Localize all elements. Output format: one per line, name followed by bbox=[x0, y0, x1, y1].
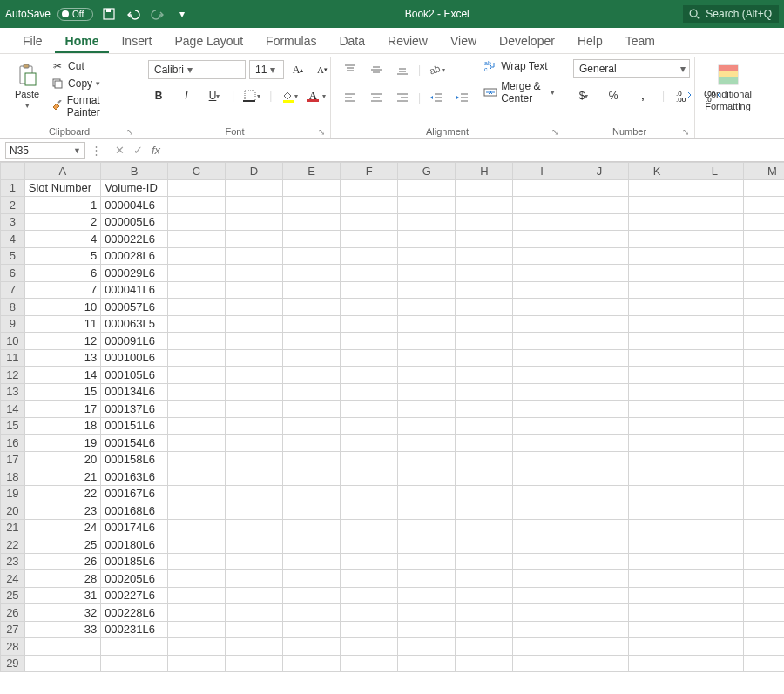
cell[interactable] bbox=[686, 417, 743, 435]
cell[interactable]: 000174L6 bbox=[101, 519, 168, 536]
cell[interactable] bbox=[571, 502, 628, 520]
cell[interactable] bbox=[628, 179, 686, 197]
cell[interactable] bbox=[101, 638, 168, 656]
cell[interactable] bbox=[341, 553, 398, 570]
cell[interactable] bbox=[628, 299, 686, 316]
cell[interactable] bbox=[398, 333, 456, 350]
cell[interactable] bbox=[743, 519, 784, 536]
cell[interactable] bbox=[283, 417, 341, 435]
cell[interactable] bbox=[743, 281, 784, 299]
cell[interactable]: 000168L6 bbox=[101, 502, 168, 520]
cell[interactable] bbox=[686, 553, 743, 570]
cell[interactable] bbox=[283, 213, 341, 231]
autosave-toggle[interactable]: Off bbox=[57, 8, 93, 21]
col-header-J[interactable]: J bbox=[571, 163, 628, 180]
cell[interactable] bbox=[341, 383, 398, 401]
cell[interactable] bbox=[398, 587, 456, 604]
cell[interactable] bbox=[743, 451, 784, 468]
cell[interactable] bbox=[341, 349, 398, 367]
cell[interactable] bbox=[398, 265, 456, 282]
cell[interactable] bbox=[398, 247, 456, 265]
cell[interactable] bbox=[456, 265, 513, 282]
cell[interactable] bbox=[628, 265, 686, 282]
cell[interactable] bbox=[686, 570, 743, 588]
cell[interactable] bbox=[283, 231, 341, 248]
comma-format-icon[interactable]: , bbox=[632, 85, 653, 106]
paste-button[interactable]: Paste ▾ bbox=[9, 59, 45, 110]
cell[interactable] bbox=[283, 621, 341, 638]
cell[interactable] bbox=[341, 435, 398, 452]
row-header-8[interactable]: 8 bbox=[1, 299, 25, 316]
cell[interactable] bbox=[743, 502, 784, 520]
cell[interactable] bbox=[398, 231, 456, 248]
cell[interactable] bbox=[628, 435, 686, 452]
cell[interactable]: 18 bbox=[24, 417, 100, 435]
cell[interactable] bbox=[167, 536, 225, 554]
cell[interactable] bbox=[225, 299, 282, 316]
align-bottom-icon[interactable] bbox=[392, 59, 413, 80]
cell[interactable] bbox=[225, 247, 282, 265]
tab-data[interactable]: Data bbox=[328, 30, 375, 53]
cell[interactable] bbox=[167, 553, 225, 570]
cell[interactable] bbox=[225, 349, 282, 367]
cell[interactable] bbox=[225, 638, 282, 656]
cell[interactable]: 23 bbox=[24, 502, 100, 520]
cell[interactable] bbox=[628, 247, 686, 265]
cell[interactable] bbox=[456, 587, 513, 604]
cell[interactable]: 000091L6 bbox=[101, 333, 168, 350]
cell[interactable]: 25 bbox=[24, 536, 100, 554]
cell[interactable] bbox=[225, 604, 282, 622]
cell[interactable] bbox=[743, 536, 784, 554]
cell[interactable] bbox=[398, 638, 456, 656]
cell[interactable] bbox=[628, 451, 686, 468]
cell[interactable] bbox=[167, 281, 225, 299]
cell[interactable] bbox=[283, 367, 341, 384]
search-box[interactable]: Search (Alt+Q bbox=[683, 5, 779, 23]
dialog-launcher-icon[interactable]: ⤡ bbox=[682, 127, 689, 137]
cell[interactable] bbox=[167, 485, 225, 502]
cell[interactable] bbox=[101, 655, 168, 672]
cell[interactable]: 26 bbox=[24, 553, 100, 570]
cell[interactable]: 24 bbox=[24, 519, 100, 536]
cell[interactable] bbox=[341, 638, 398, 656]
cell[interactable] bbox=[571, 315, 628, 333]
cell[interactable]: 2 bbox=[24, 213, 100, 231]
cell[interactable] bbox=[167, 265, 225, 282]
cell[interactable] bbox=[398, 435, 456, 452]
cell[interactable] bbox=[513, 281, 571, 299]
cell[interactable] bbox=[398, 197, 456, 214]
cell[interactable]: 000029L6 bbox=[101, 265, 168, 282]
cell[interactable] bbox=[628, 367, 686, 384]
cell[interactable] bbox=[743, 621, 784, 638]
cell[interactable] bbox=[456, 536, 513, 554]
cell[interactable] bbox=[513, 451, 571, 468]
cell[interactable]: 000185L6 bbox=[101, 553, 168, 570]
cell[interactable] bbox=[283, 655, 341, 672]
cell[interactable] bbox=[571, 604, 628, 622]
cell[interactable] bbox=[398, 281, 456, 299]
cell[interactable] bbox=[341, 333, 398, 350]
cell[interactable] bbox=[167, 655, 225, 672]
cell[interactable] bbox=[743, 299, 784, 316]
tab-help[interactable]: Help bbox=[567, 30, 613, 53]
cell[interactable] bbox=[513, 197, 571, 214]
cell[interactable] bbox=[456, 553, 513, 570]
cell[interactable] bbox=[743, 231, 784, 248]
format-painter-button[interactable]: Format Painter bbox=[51, 94, 130, 118]
cell[interactable] bbox=[398, 349, 456, 367]
cell[interactable] bbox=[456, 502, 513, 520]
row-header-13[interactable]: 13 bbox=[1, 383, 25, 401]
cell[interactable] bbox=[283, 536, 341, 554]
cell[interactable] bbox=[225, 587, 282, 604]
cell[interactable] bbox=[513, 587, 571, 604]
tab-view[interactable]: View bbox=[440, 30, 487, 53]
cell[interactable] bbox=[225, 621, 282, 638]
cell[interactable] bbox=[571, 401, 628, 418]
tab-home[interactable]: Home bbox=[55, 30, 110, 53]
decrease-indent-icon[interactable] bbox=[426, 87, 447, 108]
cell[interactable] bbox=[571, 299, 628, 316]
cell[interactable] bbox=[456, 417, 513, 435]
select-all-corner[interactable] bbox=[1, 163, 25, 180]
cell[interactable] bbox=[283, 247, 341, 265]
cell[interactable] bbox=[513, 315, 571, 333]
